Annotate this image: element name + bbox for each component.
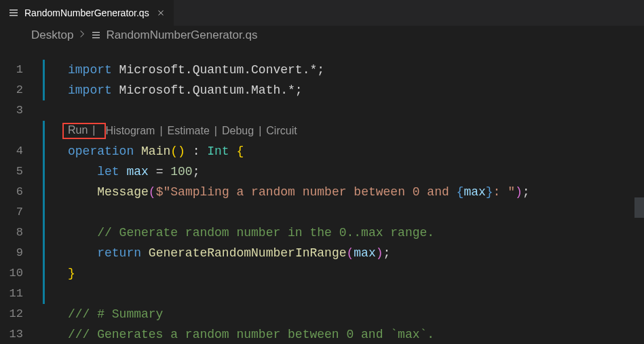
codelens-sep: | [92, 124, 95, 136]
code-line[interactable]: let max = 100; [38, 161, 644, 182]
punct: ; [295, 83, 303, 97]
code-line[interactable] [38, 284, 644, 304]
modified-indicator [43, 60, 45, 100]
string: Sampling a random number between 0 and [170, 185, 456, 199]
paren: ( [347, 246, 354, 260]
line-number: 8 [0, 223, 38, 243]
colon: : [185, 145, 207, 158]
breadcrumb[interactable]: Desktop RandomNumberGenerator.qs [0, 26, 644, 45]
file-icon [8, 7, 19, 18]
chevron-right-icon [77, 28, 87, 42]
line-number: 7 [0, 202, 38, 223]
code-line[interactable]: import Microsoft.Quantum.Convert.*; [38, 60, 644, 80]
interp-open: { [457, 185, 464, 199]
scroll-highlight [634, 197, 644, 218]
editor-tab[interactable]: RandomNumberGenerator.qs [0, 0, 174, 26]
namespace: Microsoft.Quantum.Math.* [112, 83, 295, 97]
brace: { [229, 145, 244, 158]
brace: } [68, 267, 75, 280]
indent [68, 165, 97, 178]
line-number: 5 [0, 161, 38, 182]
punct: ; [193, 165, 200, 178]
paren: ( [149, 185, 156, 199]
line-number: 13 [0, 324, 38, 344]
keyword: operation [68, 145, 141, 158]
codelens-run[interactable]: Run [68, 124, 88, 136]
svg-rect-1 [10, 12, 18, 14]
line-number: 6 [0, 182, 38, 202]
run-highlight-box: Run| [62, 123, 106, 139]
indent [68, 246, 97, 260]
op: = [149, 165, 170, 178]
keyword: let [97, 165, 126, 178]
string: : [493, 185, 508, 199]
code-line[interactable]: return GenerateRandomNumberInRange(max); [38, 243, 644, 263]
tab-bar: RandomNumberGenerator.qs [0, 0, 644, 26]
keyword: import [68, 63, 112, 77]
svg-rect-0 [10, 9, 18, 11]
codelens-estimate[interactable]: Estimate [168, 121, 210, 141]
code-line[interactable]: operation Main() : Int { [38, 141, 644, 161]
close-icon[interactable] [155, 7, 167, 19]
codelens-sep: | [259, 121, 261, 141]
keyword: return [97, 246, 149, 260]
number: 100 [170, 165, 192, 178]
breadcrumb-item[interactable]: RandomNumberGenerator.qs [106, 28, 257, 42]
code-line[interactable]: /// Generates a random number between 0 … [38, 324, 644, 344]
code-line[interactable]: // Generate random number in the 0..max … [38, 223, 644, 243]
paren: ) [376, 246, 383, 260]
codelens-circuit[interactable]: Circuit [266, 121, 297, 141]
codelens-sep: | [159, 121, 162, 141]
variable: max [354, 246, 375, 260]
keyword: import [68, 83, 112, 97]
codelens-sep: | [214, 121, 217, 141]
line-number: 9 [0, 243, 38, 263]
codelens: Run|Histogram|Estimate|Debug|Circuit [38, 121, 644, 141]
svg-rect-4 [92, 35, 100, 35]
quote: " [163, 185, 170, 199]
editor[interactable]: 1 2 3 4 5 6 7 8 9 10 11 12 13 import Mic… [0, 45, 644, 344]
svg-rect-3 [92, 32, 100, 33]
code-line[interactable]: /// # Summary [38, 304, 644, 324]
code-area[interactable]: import Microsoft.Quantum.Convert.*; impo… [38, 45, 644, 344]
svg-rect-2 [10, 15, 18, 16]
line-number: 10 [0, 263, 38, 284]
line-number: 3 [0, 100, 38, 121]
line-number-gutter: 1 2 3 4 5 6 7 8 9 10 11 12 13 [0, 45, 38, 344]
variable: max [463, 185, 485, 199]
comment: // Generate random number in the 0..max … [97, 226, 434, 240]
code-line[interactable] [38, 100, 644, 121]
file-icon [91, 30, 102, 41]
breadcrumb-item[interactable]: Desktop [31, 28, 73, 42]
type: Int [207, 145, 229, 158]
code-line[interactable]: } [38, 263, 644, 284]
code-line[interactable]: import Microsoft.Quantum.Math.*; [38, 80, 644, 100]
punct: ; [383, 246, 391, 260]
paren: ) [515, 185, 523, 199]
code-line[interactable] [38, 202, 644, 223]
function: Main [141, 145, 170, 158]
comment: /// # Summary [68, 307, 163, 321]
dollar: $ [156, 185, 164, 199]
line-number: 12 [0, 304, 38, 324]
quote: " [508, 185, 515, 199]
codelens-histogram[interactable]: Histogram [106, 121, 155, 141]
interp-close: } [486, 185, 493, 199]
tab-filename: RandomNumberGenerator.qs [24, 7, 149, 18]
variable: max [126, 165, 148, 178]
indent [68, 185, 97, 199]
punct: ; [523, 185, 530, 199]
svg-rect-5 [92, 37, 100, 38]
code-line[interactable]: Message($"Sampling a random number betwe… [38, 182, 644, 202]
function: Message [97, 185, 149, 199]
punct: ; [317, 63, 324, 77]
modified-indicator [43, 121, 45, 304]
codelens-debug[interactable]: Debug [222, 121, 254, 141]
function: GenerateRandomNumberInRange [149, 246, 347, 260]
line-number: 1 [0, 60, 38, 80]
codelens-gutter-spacer [0, 121, 38, 141]
indent [68, 226, 97, 240]
namespace: Microsoft.Quantum.Convert.* [112, 63, 317, 77]
line-number: 2 [0, 80, 38, 100]
line-number: 4 [0, 141, 38, 161]
